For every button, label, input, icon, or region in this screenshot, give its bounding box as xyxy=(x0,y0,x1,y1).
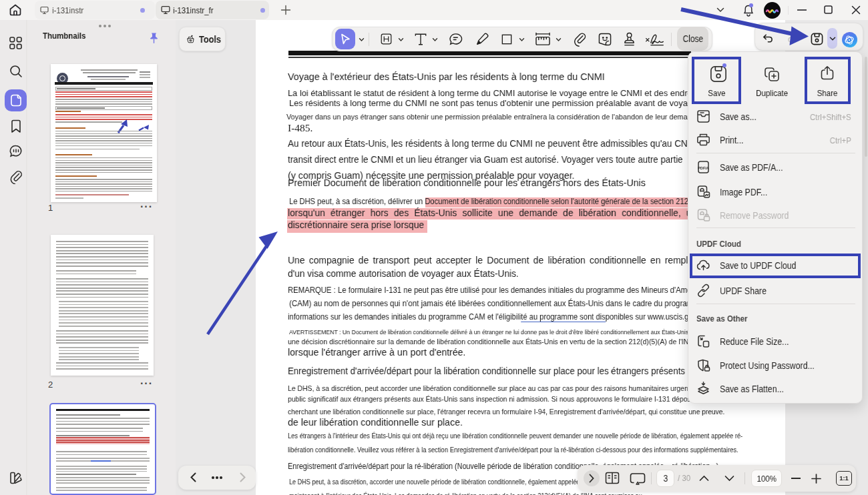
svg-text:PDF/A: PDF/A xyxy=(698,166,709,170)
